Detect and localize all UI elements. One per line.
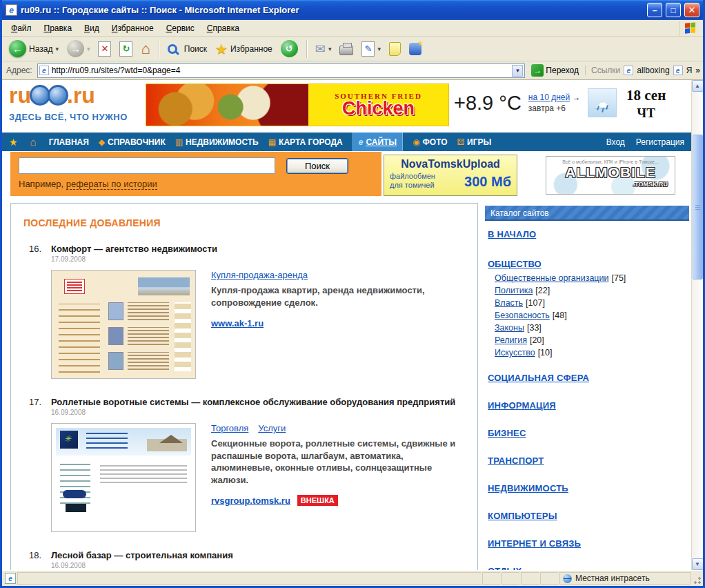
home-icon: ⌂	[141, 40, 150, 58]
login-link[interactable]: Вход	[606, 137, 625, 147]
catalog-category-link[interactable]: ОТДЫХ	[488, 566, 686, 570]
entry-url-link[interactable]: rvsgroup.tomsk.ru	[211, 496, 290, 506]
section-heading: ПОСЛЕДНИЕ ДОБАВЛЕНИЯ	[23, 217, 465, 228]
menu-file[interactable]: Файл	[5, 21, 38, 35]
menu-tools[interactable]: Сервис	[160, 21, 201, 35]
menu-edit[interactable]: Правка	[38, 21, 79, 35]
ad-allmobile[interactable]: Всё о мобильных, КПК и iPhone в Томске..…	[546, 156, 675, 195]
forward-icon: →	[67, 40, 84, 57]
refresh-icon: ↻	[119, 41, 132, 57]
nav-main[interactable]: ГЛАВНАЯ	[49, 133, 89, 151]
minimize-button[interactable]: –	[647, 3, 662, 17]
home-icon[interactable]: ⌂	[30, 136, 37, 148]
catalog-category-link[interactable]: ИНТЕРНЕТ И СВЯЗЬ	[488, 538, 686, 549]
catalog-category-link[interactable]: ТРАНСПОРТ	[488, 455, 686, 466]
messenger-icon	[409, 43, 421, 55]
register-link[interactable]: Регистрация	[636, 137, 684, 147]
nav-sites-active[interactable]: eСАЙТЫ	[352, 133, 403, 151]
star-icon[interactable]: ★	[9, 137, 18, 148]
menu-favorites[interactable]: Избранное	[106, 21, 160, 35]
edit-button[interactable]: ✎ ▾	[359, 40, 384, 58]
link-allboxing[interactable]: allboxing	[637, 66, 669, 75]
status-bar: e Местная интрасеть	[2, 570, 703, 586]
site-logo[interactable]: ru .ru ЗДЕСЬ ВСЁ, ЧТО НУЖНО	[9, 84, 147, 122]
links-chevron-icon[interactable]: »	[695, 66, 700, 75]
stop-button[interactable]: ✕	[95, 40, 114, 58]
mail-button[interactable]: ✉ ▾	[312, 40, 335, 58]
nav-directory[interactable]: ◆СПРАВОЧНИК	[99, 133, 166, 151]
page-scrollbar[interactable]: ▲ ▼	[691, 80, 703, 570]
site-search-input[interactable]	[19, 157, 275, 174]
go-button[interactable]: → Переход	[528, 63, 582, 77]
entry-description: Купля-продажа квартир, аренда недвижимос…	[211, 284, 465, 308]
page-favicon: e	[39, 66, 49, 75]
site-tagline: ЗДЕСЬ ВСЁ, ЧТО НУЖНО	[9, 112, 147, 122]
catalog-category-link[interactable]: ИНФОРМАЦИЯ	[488, 400, 686, 411]
forecast-link[interactable]: на 10 дней	[528, 92, 570, 102]
category-link[interactable]: Купля-продажа-аренда	[211, 270, 308, 280]
site-thumbnail[interactable]	[51, 270, 196, 379]
search-button-toolbar[interactable]: Поиск	[165, 43, 210, 55]
subcategory-link[interactable]: Искусство	[495, 348, 535, 357]
back-dropdown-icon[interactable]: ▾	[55, 46, 59, 52]
subcategory-link[interactable]: Общественные организации	[495, 273, 608, 283]
scroll-up-button[interactable]: ▲	[692, 80, 704, 92]
address-bar: Адрес: e http://ru09.ru/sites/?wtd=0&pag…	[2, 61, 703, 80]
map-grid-icon: ▦	[268, 137, 276, 147]
home-button[interactable]: ⌂	[138, 39, 152, 59]
nav-realty[interactable]: ▥НЕДВИЖИМОСТЬ	[175, 133, 259, 151]
refresh-button[interactable]: ↻	[117, 40, 135, 58]
catalog-category-link[interactable]: СОЦИАЛЬНАЯ СФЕРА	[488, 373, 686, 383]
nav-games[interactable]: ⚄ИГРЫ	[457, 133, 492, 151]
site-thumbnail[interactable]	[51, 423, 196, 532]
subcategory-link[interactable]: Власть	[495, 298, 523, 308]
entry-url-link[interactable]: www.ak-1.ru	[211, 318, 264, 329]
scroll-thumb[interactable]	[693, 135, 703, 280]
subcategory-link[interactable]: Безопасность	[495, 311, 550, 320]
subcategory-link[interactable]: Законы	[495, 323, 524, 333]
link-favicon: e	[673, 66, 683, 75]
catalog-category-link[interactable]: ОБЩЕСТВО	[488, 259, 686, 269]
category-link[interactable]: Торговля	[211, 423, 248, 433]
camera-icon: ◉	[413, 137, 419, 147]
catalog-category-link[interactable]: КОМПЬЮТЕРЫ	[488, 511, 686, 521]
subcategory-link[interactable]: Религия	[495, 335, 527, 345]
catalog-category-link[interactable]: НЕДВИЖИМОСТЬ	[488, 483, 686, 493]
nav-photo[interactable]: ◉ФОТО	[413, 133, 447, 151]
link-ya[interactable]: Я	[686, 66, 693, 75]
catalog-home-link[interactable]: В НАЧАЛО	[488, 229, 686, 239]
forecast-arrow: →	[573, 92, 581, 102]
toolbar-separator	[159, 40, 159, 58]
scroll-down-button[interactable]: ▼	[692, 558, 704, 570]
subcategory-link[interactable]: Политика	[495, 286, 533, 295]
menu-bar: Файл Правка Вид Избранное Сервис Справка	[2, 20, 703, 37]
site-search-button[interactable]: Поиск	[286, 158, 348, 174]
ad-banner-chicken[interactable]: SOUTHERN FRIED Chicken	[146, 84, 449, 126]
web-page: ru .ru ЗДЕСЬ ВСЁ, ЧТО НУЖНО SOUTHERN FRI…	[2, 80, 691, 570]
favorites-button[interactable]: ★ Избранное	[212, 39, 275, 59]
menu-help[interactable]: Справка	[201, 21, 246, 35]
messenger-button[interactable]	[406, 41, 424, 57]
menu-view[interactable]: Вид	[78, 21, 106, 35]
print-button[interactable]	[337, 41, 356, 57]
category-link[interactable]: Услуги	[258, 423, 286, 433]
nav-city-map[interactable]: ▦КАРТА ГОРОДА	[268, 133, 343, 151]
notes-button[interactable]	[386, 41, 404, 57]
close-button[interactable]: ✕	[684, 3, 699, 17]
maximize-button[interactable]: □	[666, 3, 681, 17]
resize-grip[interactable]	[692, 572, 702, 585]
address-url[interactable]: http://ru09.ru/sites/?wtd=0&page=4	[52, 66, 510, 75]
catalog-category-link[interactable]: БИЗНЕС	[488, 428, 686, 438]
search-example-link[interactable]: рефераты по истории	[66, 179, 157, 190]
mail-dropdown-icon[interactable]: ▾	[328, 46, 332, 52]
address-input[interactable]: e http://ru09.ru/sites/?wtd=0&page=4 ▼	[37, 63, 526, 78]
dice-icon: ⚄	[457, 137, 464, 147]
ad-novatomskupload[interactable]: NovaTomskUpload файлообмендля томичей 30…	[384, 155, 517, 196]
history-button[interactable]: ↺	[278, 39, 301, 59]
address-dropdown-button[interactable]: ▼	[512, 65, 523, 77]
forward-button[interactable]: → ▾	[64, 39, 93, 59]
status-document-icon: e	[5, 573, 16, 584]
back-button[interactable]: ← Назад ▾	[6, 39, 61, 59]
edit-dropdown-icon[interactable]: ▾	[377, 46, 381, 52]
mail-icon: ✉	[315, 41, 326, 57]
